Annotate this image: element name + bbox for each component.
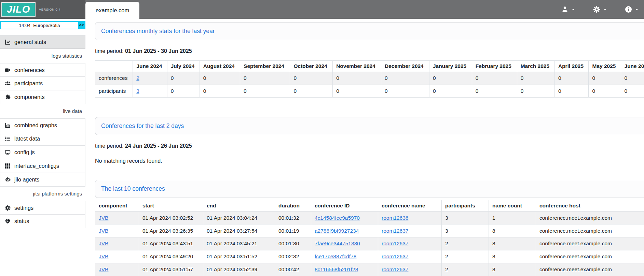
user-menu[interactable] xyxy=(561,6,575,13)
monthly-cell: 0 xyxy=(589,72,621,85)
conference-id-link[interactable]: 4c14584fce9a5970 xyxy=(315,215,360,221)
conference-name-link[interactable]: room12637 xyxy=(382,241,408,246)
sidebar-item-label: status xyxy=(14,218,29,224)
conference-cell: 01 Apr 2024 03:26:35 xyxy=(139,224,203,237)
sidebar-item-combined-graphs[interactable]: combined graphs xyxy=(0,118,85,132)
col-header-end: end xyxy=(203,200,275,212)
conference-cell: 8 xyxy=(489,224,536,237)
section-last-2-days: Conferences for the last 2 days time per… xyxy=(95,117,644,164)
heart-pulse-icon xyxy=(4,218,11,224)
sidebar-item-config-js[interactable]: config.js xyxy=(0,146,85,159)
sidebar-item-general-stats[interactable]: general stats xyxy=(0,35,85,49)
sidebar-item-label: components xyxy=(14,94,45,100)
monthly-stats-heading-link[interactable]: Conferences monthly stats for the last y… xyxy=(101,28,215,35)
sidebar-item-label: jilo agents xyxy=(14,176,39,183)
conference-name-link[interactable]: room12637 xyxy=(382,228,408,234)
monthly-cell: 0 xyxy=(167,72,200,85)
component-link[interactable]: JVB xyxy=(99,228,108,234)
gear-icon xyxy=(593,6,600,13)
conference-id-link[interactable]: 8c116568f5201f28 xyxy=(315,266,358,272)
last-10-conferences-table: componentstartenddurationconference IDco… xyxy=(95,200,644,276)
sidebar-menu: general statslogs statisticsconferencesp… xyxy=(0,35,85,228)
info-menu[interactable] xyxy=(625,6,639,13)
sidebar-group: settingsstatus xyxy=(0,201,85,228)
main-content: Conferences monthly stats for the last y… xyxy=(85,19,644,276)
month-header: September 2024 xyxy=(240,61,290,72)
conference-id-link[interactable]: 7fae9ce344751330 xyxy=(315,241,360,246)
app-logo[interactable]: JILO xyxy=(1,2,36,17)
month-header: January 2025 xyxy=(429,61,472,72)
sidebar-group-label-live-data: live data xyxy=(0,104,85,118)
section-monthly-stats: Conferences monthly stats for the last y… xyxy=(95,22,644,98)
timezone-bar: 14:04 Europe/Sofia << xyxy=(0,21,85,29)
grid-icon xyxy=(4,163,11,169)
conference-cell: 01 Apr 2024 03:27:54 xyxy=(203,224,275,237)
conference-cell: 3 xyxy=(442,212,489,224)
conference-cell: room12637 xyxy=(378,263,442,276)
conference-cell: conference.meet.example.com xyxy=(536,212,644,224)
sidebar-group: combined graphslatest dataconfig.jsinter… xyxy=(0,118,85,187)
sidebar-item-jilo-agents[interactable]: jilo agents xyxy=(0,173,85,187)
month-header: February 2025 xyxy=(472,61,517,72)
monthly-row-conferences: conferences2000000000000 xyxy=(95,72,644,85)
conference-cell: 2 xyxy=(442,250,489,263)
conference-cell: 8c116568f5201f28 xyxy=(311,263,378,276)
conference-id-link[interactable]: a2788f9bf9927234 xyxy=(315,228,359,234)
conference-name-link[interactable]: room12636 xyxy=(382,215,408,221)
conference-cell: room12637 xyxy=(378,237,442,250)
last-10-heading-link[interactable]: The last 10 conferences xyxy=(101,185,165,192)
conference-cell: 01 Apr 2024 03:51:57 xyxy=(139,263,203,276)
sidebar-item-interface-config-js[interactable]: interface_config.js xyxy=(0,159,85,173)
sidebar-item-status[interactable]: status xyxy=(0,215,85,228)
conference-cell: conference.meet.example.com xyxy=(536,263,644,276)
monthly-cell: 0 xyxy=(429,72,472,85)
component-link[interactable]: JVB xyxy=(99,241,108,246)
platform-tab[interactable]: example.com xyxy=(85,2,139,19)
sidebar-collapse-button[interactable]: << xyxy=(78,22,85,29)
conference-cell: room12636 xyxy=(378,212,442,224)
sidebar-group: conferencesparticipantscomponents xyxy=(0,63,85,104)
monthly-count-link[interactable]: 2 xyxy=(136,75,139,81)
conference-cell: JVB xyxy=(95,250,139,263)
last-2-days-time-period: time period: 24 Jun 2025 - 26 Jun 2025 xyxy=(95,143,644,149)
conference-cell: 8 xyxy=(489,250,536,263)
month-header: August 2024 xyxy=(200,61,240,72)
component-link[interactable]: JVB xyxy=(99,266,108,272)
conference-cell: conference.meet.example.com xyxy=(536,237,644,250)
app-version: VERSION 0.4 xyxy=(39,8,60,11)
col-header-duration: duration xyxy=(275,200,311,212)
settings-menu[interactable] xyxy=(593,6,607,13)
monthly-cell: 0 xyxy=(621,85,644,98)
last-2-days-heading-link[interactable]: Conferences for the last 2 days xyxy=(101,122,184,130)
monthly-count-link[interactable]: 3 xyxy=(136,88,139,94)
sidebar-item-settings[interactable]: settings xyxy=(0,201,85,215)
sidebar-item-components[interactable]: components xyxy=(0,90,85,104)
conference-cell: 1 xyxy=(489,212,536,224)
last-10-card-header: The last 10 conferences xyxy=(95,180,644,198)
component-link[interactable]: JVB xyxy=(99,215,108,221)
time-period-value: 24 Jun 2025 - 26 Jun 2025 xyxy=(125,143,192,149)
monthly-stats-table: June 2024July 2024August 2024September 2… xyxy=(95,60,644,98)
monthly-cell: 0 xyxy=(381,85,429,98)
conference-id-link[interactable]: fce17ce887fcdf78 xyxy=(315,253,356,259)
conference-cell: 00:01:19 xyxy=(275,224,311,237)
conference-name-link[interactable]: room12637 xyxy=(382,253,408,259)
topbar-brand-area: JILO VERSION 0.4 xyxy=(0,0,85,19)
sidebar-item-latest-data[interactable]: latest data xyxy=(0,132,85,146)
chevron-down-icon xyxy=(572,8,575,11)
row-label: conferences xyxy=(95,72,133,85)
conference-name-link[interactable]: room12637 xyxy=(382,266,408,272)
monthly-cell: 2 xyxy=(133,72,167,85)
conference-cell: JVB xyxy=(95,224,139,237)
sidebar-item-conferences[interactable]: conferences xyxy=(0,63,85,77)
conference-cell: JVB xyxy=(95,263,139,276)
corner-header xyxy=(95,61,133,72)
component-link[interactable]: JVB xyxy=(99,253,108,259)
month-header: June 2024 xyxy=(133,61,167,72)
sidebar-item-participants[interactable]: participants xyxy=(0,77,85,90)
col-header-conference-name: conference name xyxy=(378,200,442,212)
conference-cell: conference.meet.example.com xyxy=(536,250,644,263)
conference-cell: room12637 xyxy=(378,224,442,237)
timezone-name: Europe/Sofia xyxy=(33,23,60,28)
month-header: October 2024 xyxy=(290,61,333,72)
